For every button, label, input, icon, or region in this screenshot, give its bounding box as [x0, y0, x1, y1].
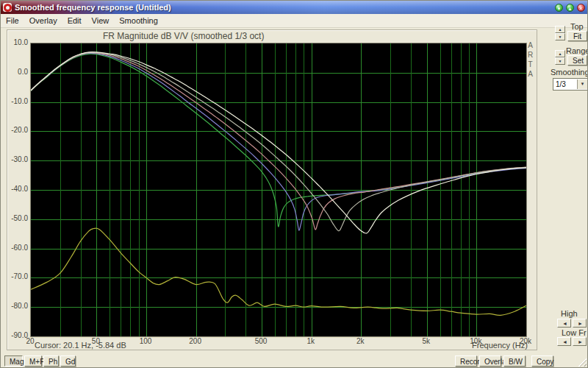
x-axis-title: Frequency (Hz): [448, 341, 551, 350]
top-spinner: ▲ ▼: [555, 26, 565, 40]
x-tick-label: 5k: [410, 337, 442, 345]
chart-title: FR Magnitude dB V/V (smoothed 1/3 oct): [103, 31, 264, 41]
range-label: Range: [566, 46, 588, 55]
arta-logo-icon: [4, 4, 12, 12]
plot-area[interactable]: [30, 43, 527, 337]
menu-smoothing[interactable]: Smoothing: [114, 15, 163, 26]
gd-button[interactable]: Gd: [60, 355, 76, 367]
app-icon: [3, 3, 12, 12]
menu-overlay[interactable]: Overlay: [24, 15, 62, 26]
mag-button[interactable]: Mag: [4, 355, 23, 367]
y-tick-label: -60.0: [7, 244, 28, 252]
graph-panel: FR Magnitude dB V/V (smoothed 1/3 oct) 1…: [7, 29, 537, 350]
top-up-icon[interactable]: ▲: [555, 26, 565, 33]
arta-watermark: ARTA: [526, 41, 534, 79]
menu-edit[interactable]: Edit: [62, 15, 87, 26]
smoothing-dropdown[interactable]: 1/3 ▼: [553, 78, 588, 91]
menu-view[interactable]: View: [87, 15, 115, 26]
copy-button[interactable]: Copy: [531, 355, 553, 367]
y-tick-label: -70.0: [7, 272, 28, 280]
smoothing-value: 1/3: [553, 80, 577, 88]
window-title: Smoothed frequency response (Untitled): [15, 3, 552, 12]
fit-button[interactable]: Fit: [567, 31, 587, 41]
y-tick-label: -80.0: [7, 302, 28, 310]
maximize-button[interactable]: ▴: [566, 4, 574, 12]
low-fr-right-icon[interactable]: ►: [573, 337, 587, 346]
fr-magnitude-chart[interactable]: [31, 43, 526, 336]
series-noise-floor: [31, 228, 526, 315]
overlay-button[interactable]: Overlay: [479, 355, 501, 367]
title-bar[interactable]: Smoothed frequency response (Untitled) ▾…: [1, 1, 588, 14]
y-tick-label: -30.0: [7, 155, 28, 163]
series-response-notch-1480: [31, 52, 526, 231]
x-tick-label: 1k: [295, 337, 327, 345]
menu-file[interactable]: File: [1, 15, 24, 26]
minimize-button[interactable]: ▾: [555, 4, 563, 12]
y-tick-label: -10.0: [7, 97, 28, 105]
y-tick-label: -50.0: [7, 214, 28, 222]
high-fr-controls: ◄ ►: [557, 319, 587, 328]
top-down-icon[interactable]: ▼: [555, 33, 565, 40]
smoothing-label: Smoothing: [551, 68, 588, 77]
y-tick-label: 0.0: [7, 68, 28, 76]
x-tick-label: 500: [245, 337, 277, 345]
range-up-icon[interactable]: ▲: [555, 50, 565, 57]
set-button[interactable]: Set: [567, 55, 587, 66]
series-response-notch-630: [31, 54, 526, 227]
top-label: Top: [570, 22, 584, 31]
x-tick-label: 200: [179, 337, 212, 345]
m-plus-p-button[interactable]: M+P: [24, 355, 42, 367]
record-button[interactable]: Record: [455, 355, 477, 367]
cursor-readout: Cursor: 20.1 Hz, -5.84 dB: [35, 341, 126, 350]
low-fr-controls: ◄ ►: [557, 337, 587, 346]
app-window: Smoothed frequency response (Untitled) ▾…: [0, 0, 588, 368]
ph-button[interactable]: Ph: [43, 355, 59, 367]
resize-grip[interactable]: [577, 357, 587, 367]
low-fr-label: Low Fr: [562, 328, 587, 337]
series-response-notch-840: [31, 53, 526, 230]
x-tick-label: 100: [129, 337, 162, 345]
series-response-notch-1060: [31, 53, 526, 230]
high-fr-left-icon[interactable]: ◄: [557, 319, 571, 328]
series-response-notch-2200: [31, 52, 526, 233]
bw-button[interactable]: B/W: [503, 355, 526, 367]
range-down-icon[interactable]: ▼: [555, 57, 565, 65]
y-tick-label: -20.0: [7, 126, 28, 134]
close-button[interactable]: ✕: [577, 4, 585, 12]
high-fr-right-icon[interactable]: ►: [573, 319, 587, 328]
menu-bar: File Overlay Edit View Smoothing: [1, 14, 588, 28]
x-tick-label: 2k: [344, 337, 376, 345]
y-tick-label: -40.0: [7, 185, 28, 193]
chevron-down-icon[interactable]: ▼: [577, 79, 587, 89]
y-tick-label: 10.0: [7, 38, 28, 46]
range-spinner: ▲ ▼: [555, 50, 565, 65]
low-fr-left-icon[interactable]: ◄: [557, 337, 571, 346]
